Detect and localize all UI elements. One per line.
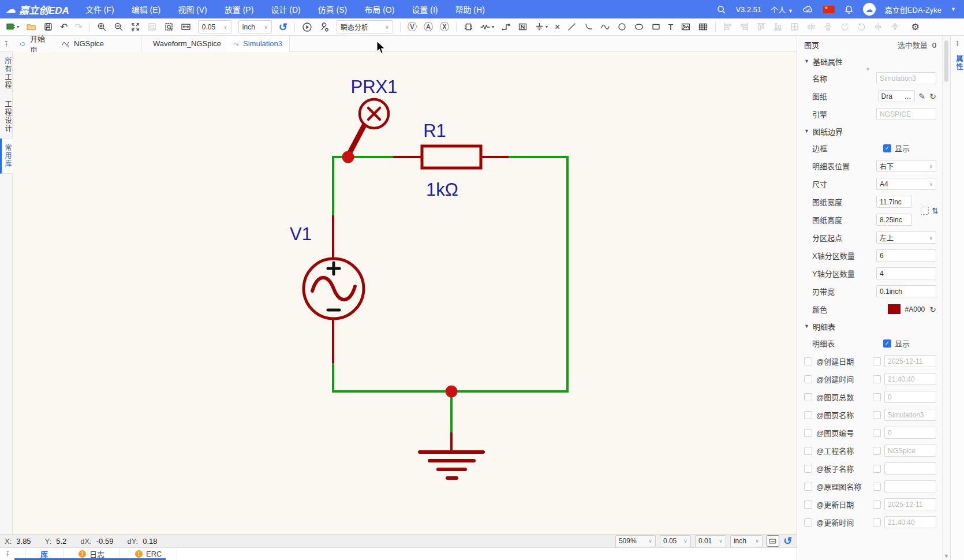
tab-waveform-ngspice[interactable]: Waveform_NGSpice: [142, 36, 226, 52]
pencil-icon[interactable]: ✎: [919, 92, 926, 101]
unit-select[interactable]: inch∨: [238, 20, 272, 33]
menu-design[interactable]: 设计 (D): [271, 3, 300, 15]
name-input[interactable]: Simulation3: [876, 72, 936, 84]
source-ref-label[interactable]: V1: [290, 224, 312, 244]
page-count-checkbox[interactable]: [804, 393, 812, 401]
update-time-input[interactable]: 21:40:40: [884, 516, 936, 528]
board-name-checkbox[interactable]: [804, 465, 812, 473]
zoom-selection-button[interactable]: [147, 22, 157, 32]
page-count-input[interactable]: 0: [884, 391, 936, 403]
page-number-checkbox[interactable]: [804, 429, 812, 437]
page-count-value-checkbox[interactable]: [873, 393, 881, 401]
align-center-icon[interactable]: [790, 22, 799, 32]
align-bottom-icon[interactable]: [773, 22, 783, 32]
sheet-height-input[interactable]: 8.25inc: [876, 214, 912, 226]
voltage-source-v1[interactable]: V1: [290, 224, 364, 319]
fit-view-button[interactable]: [130, 22, 140, 32]
grid-size-select[interactable]: 0.05∨: [198, 20, 231, 33]
schematic-name-input[interactable]: [884, 480, 936, 492]
bell-icon[interactable]: [844, 5, 854, 14]
rect-button[interactable]: [651, 22, 661, 32]
page-name-value-checkbox[interactable]: [873, 411, 881, 419]
junction-dot[interactable]: [446, 386, 458, 398]
current-probe-button[interactable]: Ⓐ: [424, 23, 433, 32]
create-time-input[interactable]: 21:40:40: [884, 373, 936, 385]
redo-button[interactable]: ↷: [74, 23, 82, 32]
board-name-value-checkbox[interactable]: [873, 465, 881, 473]
update-date-checkbox[interactable]: [804, 501, 812, 509]
alt-grid-size-select[interactable]: 0.01∨: [695, 535, 726, 547]
power-probe-button[interactable]: Ⓧ: [440, 23, 449, 32]
update-time-checkbox[interactable]: [804, 518, 812, 527]
update-date-input[interactable]: 2025-12-11: [884, 498, 936, 510]
create-date-checkbox[interactable]: [804, 357, 812, 365]
swap-icon[interactable]: ⇅: [932, 206, 939, 215]
account-type-dropdown[interactable]: 个人 ▼: [771, 4, 793, 15]
band-width-input[interactable]: 0.1inch: [876, 285, 936, 297]
gear-icon[interactable]: ⚙: [911, 23, 920, 32]
pin-icon[interactable]: [951, 36, 964, 47]
section-bom[interactable]: ▼ 明细表: [797, 318, 942, 334]
menu-help[interactable]: 帮助 (H): [455, 3, 484, 15]
save-button[interactable]: [43, 22, 53, 32]
net-label-button[interactable]: [518, 22, 528, 32]
flip-h-icon[interactable]: [873, 22, 883, 32]
ground-button[interactable]: ▾: [535, 22, 548, 32]
avatar[interactable]: ☁: [863, 3, 876, 16]
zoom-in-button[interactable]: [97, 22, 107, 32]
refresh-icon[interactable]: ↻: [929, 305, 936, 314]
table-button[interactable]: [698, 22, 708, 32]
line-button[interactable]: [567, 22, 577, 32]
menu-edit[interactable]: 编辑 (E): [132, 3, 161, 15]
sheet-button[interactable]: Dra…: [878, 90, 915, 102]
measure-icon[interactable]: [181, 22, 191, 32]
create-date-input[interactable]: 2025-12-11: [884, 355, 936, 367]
zoom-level-select[interactable]: 509%∨: [615, 535, 656, 547]
page-name-input[interactable]: Simulation3: [884, 409, 936, 421]
pin-icon[interactable]: [0, 40, 13, 47]
panel-scrollbar[interactable]: ▼: [942, 36, 950, 560]
update-date-value-checkbox[interactable]: [873, 501, 881, 509]
rotate-cw-icon[interactable]: [857, 22, 866, 32]
username-label[interactable]: 嘉立创EDA-Zyke: [885, 4, 941, 15]
collapse-caret-icon[interactable]: ▼: [865, 66, 870, 72]
y-divisions-input[interactable]: 4: [876, 267, 936, 279]
page-number-input[interactable]: 0: [884, 427, 936, 439]
rotate-ccw-icon[interactable]: [840, 22, 850, 32]
flip-v-icon[interactable]: [890, 22, 900, 32]
component-button[interactable]: [464, 22, 473, 32]
ellipse-button[interactable]: [634, 22, 644, 32]
schematic-name-value-checkbox[interactable]: [873, 483, 881, 491]
bom-show-checkbox[interactable]: ✓: [883, 339, 891, 348]
reset-view-icon[interactable]: ↺: [783, 535, 792, 547]
color-swatch[interactable]: [888, 304, 901, 314]
menu-place[interactable]: 放置 (P): [225, 3, 254, 15]
zoom-region-button[interactable]: [164, 22, 174, 32]
scrollbar-thumb[interactable]: [944, 40, 948, 82]
voltage-probe-button[interactable]: Ⓥ: [408, 23, 417, 32]
refresh-icon[interactable]: ↻: [929, 92, 936, 101]
distribute-h-icon[interactable]: [806, 22, 816, 32]
resistor-button[interactable]: ▾: [480, 22, 494, 32]
sim-settings-button[interactable]: [319, 22, 330, 32]
sidebar-item-common-library[interactable]: 常用库: [0, 139, 13, 174]
no-connect-button[interactable]: ×: [555, 23, 560, 32]
tab-ngspice[interactable]: N NGSpice: [54, 36, 142, 52]
unit-select[interactable]: inch∨: [730, 535, 763, 547]
frame-checkbox[interactable]: ✓: [883, 144, 891, 152]
run-simulation-button[interactable]: [302, 22, 312, 32]
image-button[interactable]: [681, 22, 691, 32]
circle-button[interactable]: [617, 22, 627, 32]
sheet-size-select[interactable]: A4∨: [876, 178, 936, 190]
resistor-ref-label[interactable]: R1: [423, 121, 446, 141]
distribute-v-icon[interactable]: [823, 22, 833, 32]
partition-origin-select[interactable]: 左上∨: [876, 232, 936, 244]
menu-simulation[interactable]: 仿真 (S): [318, 3, 348, 15]
page-number-value-checkbox[interactable]: [873, 429, 881, 437]
app-logo[interactable]: ☁ 嘉立创EDA: [0, 2, 77, 17]
update-time-value-checkbox[interactable]: [873, 518, 881, 527]
resistor-value-label[interactable]: 1kΩ: [426, 180, 458, 200]
menu-layout[interactable]: 布局 (O): [364, 3, 394, 15]
arc-button[interactable]: [584, 22, 593, 32]
sync-lock-icon[interactable]: [921, 207, 929, 215]
